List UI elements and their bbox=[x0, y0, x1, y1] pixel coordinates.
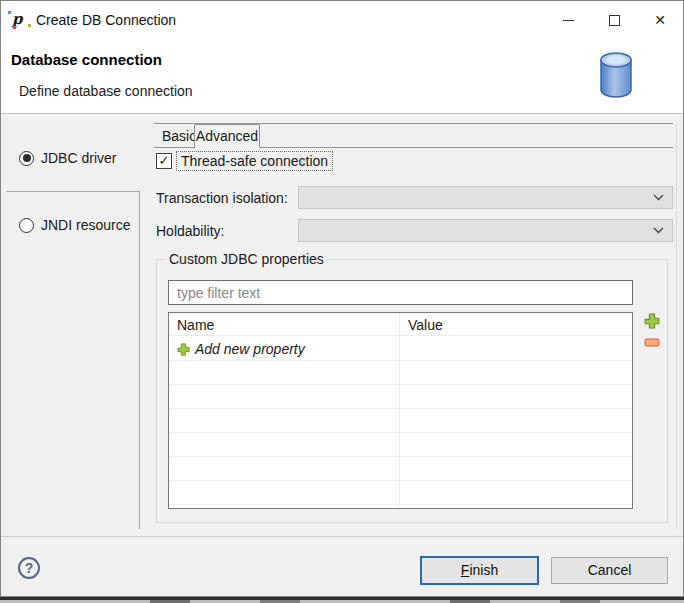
table-cell[interactable] bbox=[400, 433, 632, 456]
radio-jdbc-driver[interactable]: JDBC driver bbox=[19, 150, 116, 166]
table-cell[interactable] bbox=[169, 409, 400, 432]
table-row[interactable] bbox=[169, 505, 632, 509]
sidebar-divider bbox=[6, 191, 140, 529]
title-bar: p Create DB Connection ✕ bbox=[1, 1, 683, 39]
table-cell[interactable] bbox=[400, 385, 632, 408]
radio-jdbc-driver-label: JDBC driver bbox=[41, 150, 116, 166]
column-header-name[interactable]: Name bbox=[169, 313, 400, 335]
table-cell[interactable] bbox=[400, 481, 632, 504]
database-icon bbox=[598, 51, 634, 99]
table-cell[interactable] bbox=[400, 336, 632, 360]
transaction-isolation-select[interactable] bbox=[298, 186, 673, 209]
create-db-connection-window: p Create DB Connection ✕ Database connec… bbox=[0, 0, 684, 603]
remove-property-button[interactable] bbox=[644, 338, 660, 348]
add-property-button[interactable] bbox=[644, 313, 660, 329]
maximize-button[interactable] bbox=[591, 1, 637, 39]
table-row[interactable] bbox=[169, 361, 632, 385]
custom-jdbc-properties-title: Custom JDBC properties bbox=[164, 251, 329, 267]
cancel-label: Cancel bbox=[552, 558, 667, 583]
caption-buttons: ✕ bbox=[545, 1, 683, 39]
wizard-header: Database connection Define database conn… bbox=[1, 39, 683, 114]
radio-unselected-icon bbox=[19, 218, 34, 233]
desktop-background-strip bbox=[0, 597, 684, 603]
table-cell[interactable] bbox=[169, 481, 400, 504]
holdability-label: Holdability: bbox=[156, 223, 224, 239]
table-cell[interactable] bbox=[400, 361, 632, 384]
plus-icon bbox=[177, 343, 190, 356]
page-subtitle: Define database connection bbox=[19, 83, 193, 99]
table-cell[interactable] bbox=[400, 457, 632, 480]
table-cell[interactable] bbox=[400, 505, 632, 509]
column-header-value[interactable]: Value bbox=[400, 313, 632, 335]
create-db-connection-dialog: p Create DB Connection ✕ Database connec… bbox=[0, 0, 684, 597]
add-new-property-row[interactable]: Add new property bbox=[169, 336, 632, 361]
tab-folder-bottom-border bbox=[154, 147, 194, 148]
chevron-down-icon bbox=[653, 227, 664, 234]
checkmark-icon: ✓ bbox=[159, 153, 170, 168]
table-row[interactable] bbox=[169, 481, 632, 505]
radio-jndi-resource[interactable]: JNDI resource bbox=[19, 217, 130, 233]
page-title: Database connection bbox=[11, 51, 162, 68]
maximize-icon bbox=[609, 15, 620, 26]
table-cell[interactable] bbox=[169, 457, 400, 480]
properties-table-body bbox=[169, 361, 632, 509]
table-cell[interactable] bbox=[169, 505, 400, 509]
table-cell[interactable] bbox=[169, 361, 400, 384]
chevron-down-icon bbox=[653, 194, 664, 201]
cancel-button[interactable]: Cancel bbox=[551, 557, 668, 584]
radio-selected-icon bbox=[19, 151, 34, 166]
thread-safe-label[interactable]: Thread-safe connection bbox=[176, 151, 333, 171]
thread-safe-checkbox[interactable]: ✓ bbox=[156, 153, 172, 169]
transaction-isolation-label: Transaction isolation: bbox=[156, 190, 288, 206]
table-cell[interactable] bbox=[400, 409, 632, 432]
table-row[interactable] bbox=[169, 433, 632, 457]
filter-input[interactable] bbox=[168, 280, 633, 305]
table-row[interactable] bbox=[169, 409, 632, 433]
content-right-divider bbox=[676, 123, 677, 529]
table-cell[interactable] bbox=[169, 433, 400, 456]
holdability-select[interactable] bbox=[298, 219, 673, 242]
close-icon: ✕ bbox=[654, 12, 666, 28]
window-title: Create DB Connection bbox=[36, 1, 176, 39]
help-button[interactable]: ? bbox=[18, 557, 40, 579]
table-header-row: Name Value bbox=[169, 313, 632, 336]
app-icon: p bbox=[12, 10, 28, 28]
tab-advanced[interactable]: Advanced bbox=[194, 124, 260, 148]
finish-label: Finish bbox=[422, 558, 537, 583]
close-button[interactable]: ✕ bbox=[637, 1, 683, 39]
table-row[interactable] bbox=[169, 385, 632, 409]
minimize-button[interactable] bbox=[545, 1, 591, 39]
tab-folder-bottom-border bbox=[260, 147, 673, 148]
finish-button[interactable]: Finish bbox=[420, 556, 539, 585]
footer-separator bbox=[1, 536, 683, 537]
radio-jndi-resource-label: JNDI resource bbox=[41, 217, 130, 233]
question-icon: ? bbox=[25, 560, 34, 576]
table-cell[interactable] bbox=[169, 385, 400, 408]
properties-table: Name Value Add new property bbox=[168, 312, 633, 509]
minimize-icon bbox=[563, 20, 574, 21]
table-row[interactable] bbox=[169, 457, 632, 481]
add-new-property-label: Add new property bbox=[195, 341, 305, 357]
